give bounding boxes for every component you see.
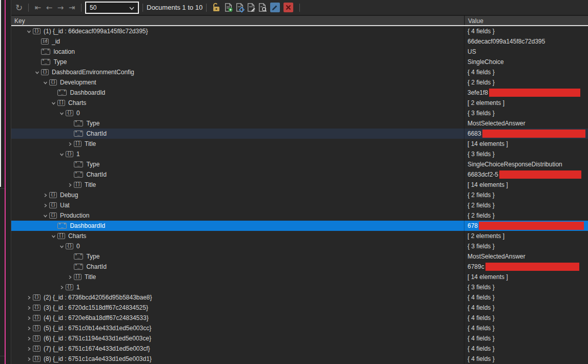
tree-row[interactable]: {}0{ 3 fields } <box>11 241 588 251</box>
chevron-right-icon[interactable] <box>41 201 49 209</box>
array-type-icon: [] <box>74 141 82 147</box>
chevron-down-icon[interactable] <box>49 232 57 240</box>
last-page-icon: ⇥ <box>69 3 75 12</box>
page-size-select[interactable]: 50 <box>85 2 139 14</box>
chevron-down-icon[interactable] <box>25 27 33 35</box>
key-label: (5) {_id : 6751c0b14e433d1ed5e003cc} <box>44 325 151 332</box>
chevron-right-icon[interactable] <box>25 334 33 342</box>
tree-row[interactable]: []Title[ 14 elements ] <box>11 272 588 282</box>
object-type-icon: {} <box>49 202 57 208</box>
array-type-icon: [] <box>74 182 82 188</box>
tree-row[interactable]: {}0{ 3 fields } <box>11 108 588 118</box>
edit-document-button[interactable] <box>246 2 257 14</box>
tree-row[interactable]: "_"ChartId6789c <box>11 262 588 272</box>
tree-row[interactable]: {}(7) {_id : 6751c1674e433d1ed5e003cf}{ … <box>11 344 588 354</box>
value-cell: 678 <box>464 221 588 231</box>
edit-document-icon <box>247 3 256 13</box>
chevron-down-icon[interactable] <box>57 150 66 158</box>
chevron-right-icon[interactable] <box>25 324 33 332</box>
last-page-button[interactable]: ⇥ <box>66 2 77 14</box>
review-document-button[interactable] <box>257 2 268 14</box>
key-cell: {}(8) {_id : 6751c1ca4e433d1ed5e003d1} <box>11 354 464 364</box>
first-page-button[interactable]: ⇤ <box>32 2 44 14</box>
key-cell: "_"ChartId <box>11 169 464 180</box>
lock-button[interactable] <box>210 2 221 14</box>
tree-row[interactable]: {}1{ 3 fields } <box>11 282 588 292</box>
chevron-right-icon[interactable] <box>66 181 74 189</box>
key-label: 1 <box>76 151 80 158</box>
object-type-icon: {} <box>66 151 73 157</box>
chevron-right-icon[interactable] <box>66 273 74 281</box>
value-label: MostSelectedAnswer <box>468 253 525 260</box>
key-column-header[interactable]: Key <box>11 16 464 25</box>
value-label: { 4 fields } <box>468 345 495 352</box>
tree-row[interactable]: {}Uat{ 2 fields } <box>11 200 588 210</box>
chevron-right-icon[interactable] <box>66 140 74 148</box>
chevron-down-icon[interactable] <box>49 99 57 107</box>
chevron-down-icon[interactable] <box>41 211 49 220</box>
inplace-edit-toggle[interactable] <box>270 3 280 12</box>
tree-row[interactable]: {}(6) {_id : 6751c1194e433d1ed5e003ce}{ … <box>11 333 588 344</box>
view-document-button[interactable] <box>234 2 246 14</box>
tree-row[interactable]: {}(5) {_id : 6751c0b14e433d1ed5e003cc}{ … <box>11 323 588 333</box>
next-page-button[interactable]: → <box>55 2 66 14</box>
tree-row[interactable]: {}(3) {_id : 6720dc1518dff67c24834525}{ … <box>11 303 588 313</box>
value-column-header[interactable]: Value <box>464 16 588 25</box>
value-label: { 2 fields } <box>468 212 495 219</box>
refresh-icon: ↻ <box>15 3 23 13</box>
tree-row[interactable]: {}Development{ 2 fields } <box>11 77 588 88</box>
tree-row[interactable]: {}(2) {_id : 6736bcd42056d95b5843bae8}{ … <box>11 292 588 303</box>
tree-row[interactable]: "_"TypeMostSelectedAnswer <box>11 118 588 129</box>
object-type-icon: {} <box>33 325 40 331</box>
object-type-icon: {} <box>33 28 40 34</box>
refresh-button[interactable]: ↻ <box>13 2 25 14</box>
tree-row[interactable]: {}DashboardEnvironmentConfig{ 4 fields } <box>11 67 588 77</box>
tree-row[interactable]: "_"locationUS <box>11 47 588 57</box>
tree-row[interactable]: []Title[ 14 elements ] <box>11 180 588 190</box>
tree-row[interactable]: {}1{ 3 fields } <box>11 149 588 159</box>
key-cell: []Title <box>11 180 464 190</box>
chevron-right-icon[interactable] <box>25 293 33 302</box>
tree-row[interactable]: "_"TypeSingleChoiceResponseDistribution <box>11 159 588 169</box>
prev-page-button[interactable]: ← <box>44 2 55 14</box>
tree-row[interactable]: "_"DashboardId678 <box>11 221 588 231</box>
tree-row[interactable]: "_"TypeSingleChoice <box>11 57 588 67</box>
chevron-right-icon[interactable] <box>25 304 33 312</box>
key-cell: []Title <box>11 139 464 149</box>
chevron-right-icon[interactable] <box>25 314 33 322</box>
key-cell: "_"location <box>11 47 464 57</box>
value-cell: SingleChoiceResponseDistribution <box>464 159 588 169</box>
chevron-right-icon[interactable] <box>41 191 49 199</box>
chevron-right-icon[interactable] <box>57 283 66 291</box>
add-document-button[interactable] <box>223 2 234 14</box>
tree-row[interactable]: "_"TypeMostSelectedAnswer <box>11 251 588 262</box>
key-label: (7) {_id : 6751c1674e433d1ed5e003cf} <box>44 345 150 352</box>
tree-row[interactable]: {}Debug{ 2 fields } <box>11 190 588 200</box>
delete-document-button[interactable] <box>283 3 293 12</box>
tree-row[interactable]: id_id66decacf099a145f8c72d395 <box>11 36 588 47</box>
chevron-down-icon[interactable] <box>33 68 41 76</box>
chevron-down-icon[interactable] <box>57 242 66 250</box>
tree-row[interactable]: []Charts[ 2 elements ] <box>11 98 588 108</box>
tree-rows: {}(1) {_id : 66decacf099a145f8c72d395}{ … <box>11 26 588 364</box>
tree-row[interactable]: {}Production{ 2 fields } <box>11 210 588 221</box>
tree-row[interactable]: []Charts[ 2 elements ] <box>11 231 588 241</box>
value-cell: SingleChoice <box>464 57 588 67</box>
tree-row[interactable]: {}(1) {_id : 66decacf099a145f8c72d395}{ … <box>11 26 588 36</box>
value-label: [ 2 elements ] <box>468 232 504 240</box>
chevron-right-icon[interactable] <box>25 345 33 353</box>
value-label: { 2 fields } <box>468 79 495 86</box>
tree-row[interactable]: "_"DashboardId3efe1f8 <box>11 88 588 98</box>
value-cell: 6683 <box>464 129 588 139</box>
value-label: 6789c <box>468 263 484 270</box>
tree-row[interactable]: {}(4) {_id : 6720e6ba18dff67c24834533}{ … <box>11 313 588 323</box>
value-cell: { 4 fields } <box>464 303 588 313</box>
tree-row[interactable]: "_"ChartId6683dcf2-5 <box>11 169 588 180</box>
value-cell: 6789c <box>464 262 588 272</box>
chevron-down-icon[interactable] <box>57 109 66 117</box>
tree-row[interactable]: {}(8) {_id : 6751c1ca4e433d1ed5e003d1}{ … <box>11 354 588 364</box>
tree-row[interactable]: "_"ChartId6683 <box>11 129 588 139</box>
chevron-down-icon[interactable] <box>41 78 49 87</box>
chevron-right-icon[interactable] <box>25 355 33 363</box>
tree-row[interactable]: []Title[ 14 elements ] <box>11 139 588 149</box>
